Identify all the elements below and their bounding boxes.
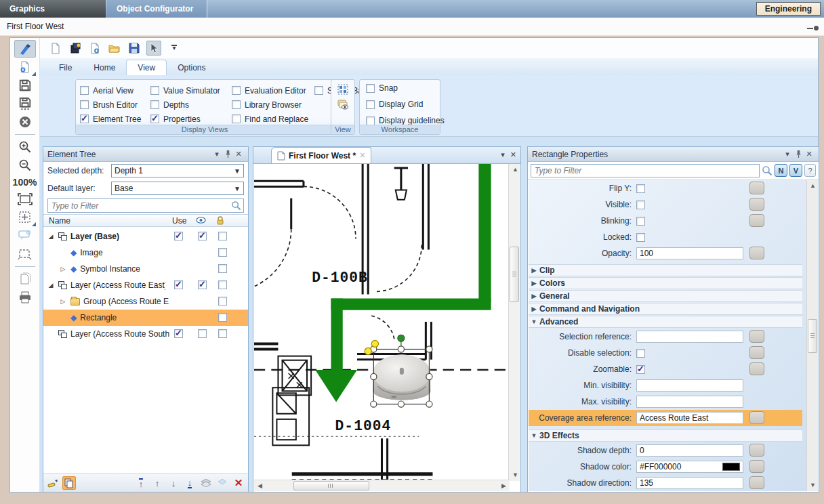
canvas-horizontal-scrollbar[interactable]: ◀ ▶ — [254, 480, 510, 491]
panel-menu-icon[interactable]: ▾ — [782, 149, 793, 160]
evaluation-editor-checkbox[interactable] — [232, 86, 241, 95]
filter-value-button[interactable]: V — [789, 164, 802, 177]
lock-checkbox[interactable] — [218, 297, 227, 306]
checkbox-aerial-view[interactable]: Aerial View — [80, 86, 150, 96]
new-from-template-button[interactable] — [87, 41, 102, 56]
checkbox-find-and-replace[interactable]: Find and Replace — [232, 114, 314, 124]
zoomable-checkbox[interactable] — [636, 365, 645, 374]
fit-to-view-button[interactable] — [14, 190, 36, 208]
page-setup-button[interactable] — [14, 270, 36, 288]
binding-button[interactable] — [749, 330, 764, 343]
binding-button[interactable] — [749, 346, 764, 359]
checkbox-display-grid[interactable]: Display Grid — [366, 100, 445, 109]
canvas-menu-icon[interactable]: ▾ — [501, 150, 505, 159]
binding-button[interactable] — [749, 182, 764, 194]
display-grid-checkbox[interactable] — [366, 100, 375, 109]
tree-row-layer-access-route-south[interactable]: Layer (Access Route South) — [43, 326, 248, 342]
status-bar-checkbox[interactable] — [314, 86, 323, 95]
flip-y-checkbox[interactable] — [636, 184, 645, 193]
visibility-checkbox[interactable] — [198, 280, 207, 289]
move-to-bottom-button[interactable]: ↓ — [183, 476, 197, 490]
grid-view-icon[interactable] — [337, 83, 349, 96]
binding-button[interactable] — [749, 362, 764, 375]
rotation-handle[interactable] — [398, 335, 405, 341]
ribbon-tab-file[interactable]: File — [48, 60, 83, 75]
max-visibility-input[interactable] — [636, 396, 743, 408]
checkbox-value-simulator[interactable]: Value Simulator — [150, 86, 232, 96]
lock-checkbox[interactable] — [218, 232, 227, 240]
new-graphic-button[interactable] — [48, 41, 63, 56]
opacity-input[interactable] — [636, 247, 743, 259]
visibility-checkbox[interactable] — [198, 232, 207, 240]
value-simulator-checkbox[interactable] — [150, 86, 159, 95]
scroll-up-icon[interactable]: ▲ — [512, 167, 518, 173]
close-icon[interactable]: ✕ — [804, 149, 815, 160]
binding-button[interactable] — [749, 214, 764, 227]
print-button[interactable] — [14, 289, 36, 306]
save-button-qat[interactable] — [127, 41, 142, 56]
section-advanced[interactable]: ▼Advanced — [529, 316, 802, 328]
tree-row-layer-base[interactable]: ◢ Layer (Base) — [43, 228, 248, 245]
tree-row-group-access-route-east[interactable]: ▷ Group (Access Route E — [43, 293, 248, 310]
ribbon-tab-home[interactable]: Home — [83, 60, 126, 75]
tree-row-layer-access-route-east[interactable]: ◢ Layer (Access Route East) — [43, 277, 248, 293]
open-button[interactable] — [107, 41, 122, 56]
properties-scrollbar[interactable]: ▲ ▼ — [806, 180, 818, 491]
name-column-header[interactable]: Name — [49, 216, 70, 226]
engineering-mode-button[interactable]: Engineering — [756, 2, 821, 16]
lock-checkbox[interactable] — [218, 329, 227, 338]
pin-icon[interactable] — [222, 149, 233, 160]
move-up-button[interactable]: ↑ — [150, 476, 164, 490]
canvas-close-icon[interactable]: ✕ — [510, 150, 516, 159]
properties-checkbox[interactable] — [150, 114, 159, 123]
new-project-button[interactable] — [68, 41, 83, 56]
search-icon[interactable] — [231, 201, 241, 211]
find-and-replace-checkbox[interactable] — [232, 114, 241, 123]
binding-button[interactable] — [749, 198, 764, 211]
properties-filter-input[interactable] — [531, 164, 760, 177]
lock-checkbox[interactable] — [218, 313, 227, 322]
tree-column-header[interactable]: Name Use — [43, 214, 248, 227]
lock-checkbox[interactable] — [218, 280, 227, 289]
toolbar-overflow-button[interactable]: ▾ — [171, 45, 177, 51]
visibility-checkbox[interactable] — [198, 329, 207, 338]
use-checkbox[interactable] — [174, 280, 183, 289]
aerial-view-checkbox[interactable] — [80, 86, 89, 95]
section-colors[interactable]: ▶Colors — [529, 277, 802, 289]
expander-collapsed-icon[interactable]: ▷ — [60, 298, 66, 305]
binding-button[interactable] — [749, 476, 764, 489]
scroll-down-icon[interactable]: ▼ — [810, 482, 816, 488]
binding-button[interactable] — [749, 411, 764, 424]
close-icon[interactable]: ✕ — [233, 149, 244, 160]
scroll-left-icon[interactable]: ◀ — [258, 483, 262, 489]
pointer-tool-button[interactable] — [146, 41, 161, 56]
eye-column-icon[interactable] — [196, 216, 206, 224]
ribbon-tab-view[interactable]: View — [126, 60, 167, 75]
flatten-button[interactable] — [199, 476, 213, 490]
lock-checkbox[interactable] — [218, 248, 227, 257]
section-general[interactable]: ▶General — [529, 290, 802, 302]
expander-collapsed-icon[interactable]: ▷ — [60, 266, 66, 272]
lock-checkbox[interactable] — [218, 264, 227, 273]
horizontal-scroll-thumb[interactable] — [293, 481, 369, 490]
zoom-out-button[interactable] — [14, 156, 36, 174]
coverage-area-reference-input[interactable] — [636, 412, 743, 424]
display-guidelines-checkbox[interactable] — [366, 117, 375, 125]
blinking-checkbox[interactable] — [636, 217, 645, 226]
collapse-handle-icon[interactable] — [807, 26, 819, 30]
save-button[interactable] — [14, 77, 36, 94]
min-visibility-input[interactable] — [636, 379, 743, 392]
use-column-header[interactable]: Use — [172, 216, 186, 226]
zoom-in-button[interactable] — [14, 138, 36, 156]
save-as-button[interactable] — [14, 95, 36, 112]
pin-icon[interactable] — [793, 149, 804, 160]
lock-column-icon[interactable] — [216, 216, 224, 225]
binding-button[interactable] — [749, 247, 764, 259]
binding-button[interactable] — [749, 444, 764, 457]
smoke-detector-symbol[interactable] — [373, 355, 430, 400]
brush-editor-checkbox[interactable] — [80, 100, 89, 109]
expander-expanded-icon[interactable]: ◢ — [47, 233, 54, 240]
search-icon[interactable] — [762, 165, 773, 176]
close-document-button[interactable] — [14, 113, 36, 131]
tab-close-icon[interactable]: ✕ — [359, 151, 365, 160]
